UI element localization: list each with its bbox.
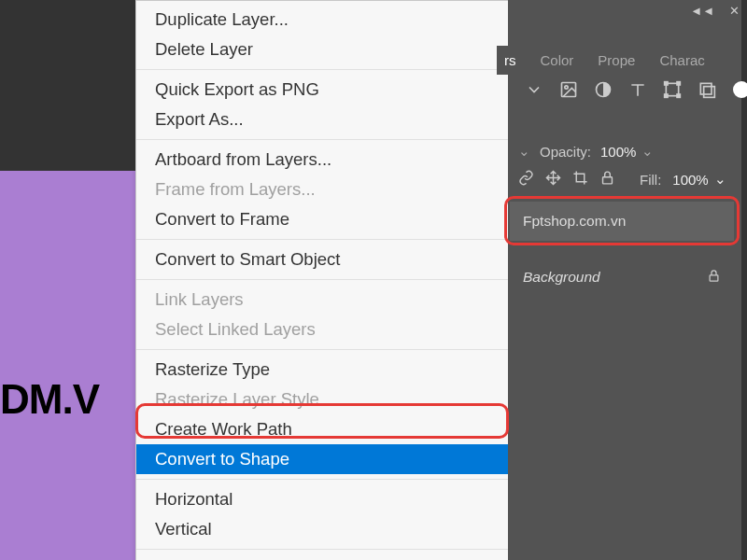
image-filter-icon[interactable] <box>557 78 580 101</box>
ctx-export-as[interactable]: Export As... <box>136 105 508 134</box>
ctx-separator <box>136 139 508 140</box>
svg-rect-10 <box>603 177 613 184</box>
ctx-none[interactable]: None <box>136 554 508 560</box>
ctx-frame-from-layers: Frame from Layers... <box>136 175 508 204</box>
layer-item-background[interactable]: Background <box>510 258 734 297</box>
canvas-text-content: DM.V <box>0 376 99 423</box>
panel-tabs: rs Color Prope Charac <box>497 43 712 77</box>
canvas-artboard <box>0 171 135 560</box>
layer-filter-icons <box>523 78 747 101</box>
ctx-rasterize-type[interactable]: Rasterize Type <box>136 355 508 385</box>
tab-color[interactable]: Color <box>533 46 582 75</box>
tab-properties[interactable]: Prope <box>590 46 642 75</box>
fill-label: Fill: <box>640 172 661 188</box>
svg-rect-7 <box>677 94 680 97</box>
chevron-down-icon[interactable] <box>523 78 545 101</box>
ctx-rasterize-layer-style: Rasterize Layer Style <box>136 385 508 414</box>
ctx-delete-layer[interactable]: Delete Layer <box>136 35 508 64</box>
ctx-horizontal[interactable]: Horizontal <box>136 484 508 514</box>
svg-rect-11 <box>710 274 718 280</box>
link-icon[interactable] <box>518 170 534 189</box>
ctx-separator <box>136 349 508 350</box>
layer-name: Background <box>523 269 600 286</box>
fill-control-row: Fill: 100%⌄ <box>518 170 726 189</box>
color-swatch-icon[interactable] <box>730 78 747 101</box>
shape-filter-icon[interactable] <box>661 78 684 101</box>
crop-icon[interactable] <box>572 170 588 189</box>
layer-item-selected[interactable]: Fptshop.com.vn <box>510 202 734 241</box>
ctx-vertical[interactable]: Vertical <box>136 514 508 544</box>
svg-rect-4 <box>665 82 668 85</box>
ctx-separator <box>136 69 508 70</box>
ctx-separator <box>136 479 508 480</box>
opacity-value[interactable]: 100%⌄ <box>600 143 654 160</box>
tab-layers[interactable]: rs <box>497 46 524 75</box>
fill-value[interactable]: 100%⌄ <box>672 171 726 188</box>
opacity-control: ⌄ Opacity: 100%⌄ <box>518 143 654 160</box>
ctx-select-linked-layers: Select Linked Layers <box>136 315 508 344</box>
lock-icon[interactable] <box>599 170 615 189</box>
ctx-separator <box>136 279 508 280</box>
lock-icon[interactable] <box>707 269 721 287</box>
ctx-convert-to-shape[interactable]: Convert to Shape <box>136 444 508 474</box>
svg-rect-8 <box>700 83 712 94</box>
svg-rect-9 <box>704 87 715 98</box>
svg-rect-6 <box>665 94 668 97</box>
smartobject-filter-icon[interactable] <box>696 78 718 101</box>
svg-rect-5 <box>677 82 680 85</box>
ctx-duplicate-layer[interactable]: Duplicate Layer... <box>136 5 508 35</box>
ctx-create-work-path[interactable]: Create Work Path <box>136 414 508 444</box>
ctx-separator <box>136 549 508 550</box>
close-icon[interactable]: ✕ <box>729 4 740 18</box>
adjustment-filter-icon[interactable] <box>592 78 614 101</box>
ctx-quick-export-png[interactable]: Quick Export as PNG <box>136 75 508 105</box>
ctx-link-layers: Link Layers <box>136 285 508 315</box>
ctx-artboard-from-layers[interactable]: Artboard from Layers... <box>136 145 508 175</box>
layer-name: Fptshop.com.vn <box>523 213 626 230</box>
ctx-separator <box>136 239 508 240</box>
opacity-label: Opacity: <box>540 144 591 160</box>
svg-point-1 <box>565 86 568 89</box>
chevron-down-icon[interactable]: ⌄ <box>518 143 530 160</box>
ctx-convert-to-frame[interactable]: Convert to Frame <box>136 204 508 234</box>
type-filter-icon[interactable] <box>627 78 649 101</box>
ctx-convert-smart-object[interactable]: Convert to Smart Object <box>136 245 508 274</box>
panel-titlebar: ◄◄ ✕ <box>690 4 740 18</box>
tab-character[interactable]: Charac <box>652 46 712 75</box>
context-menu: Duplicate Layer... Delete Layer Quick Ex… <box>135 0 509 560</box>
move-icon[interactable] <box>545 170 561 189</box>
collapse-icon[interactable]: ◄◄ <box>690 4 714 18</box>
